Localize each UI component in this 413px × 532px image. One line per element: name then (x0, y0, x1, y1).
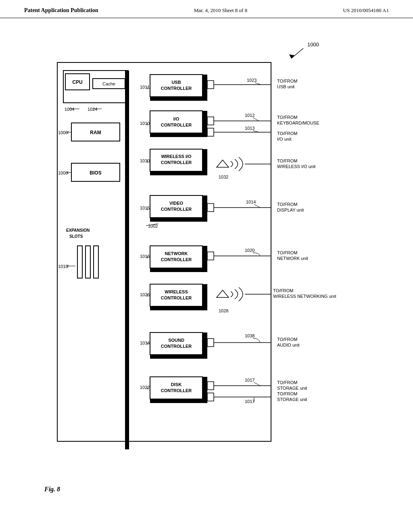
conn-storage2-1: TO/FROM (277, 391, 298, 396)
disk-ctrl-label2: CONTROLLER (161, 388, 192, 393)
conn-keyboard-2: KEYBOARD/MOUSE (277, 121, 319, 125)
video-ctrl-label1: VIDEO (169, 201, 184, 206)
usb-bottom-bar (150, 97, 207, 101)
conn-network-1: TO/FROM (277, 250, 298, 255)
conn-wireless-net-1: TO/FROM (273, 288, 294, 293)
wireless-ctrl-wave3 (239, 287, 243, 301)
io-right-bar (202, 111, 207, 133)
sound-right-bar (202, 332, 207, 355)
slot1 (77, 246, 82, 278)
ref-1012: 1012 (245, 113, 254, 118)
header-patent-number: US 2010/0054180 A1 (343, 7, 389, 14)
io-ctrl-label2: CONTROLLER (161, 123, 192, 127)
wireless-ctrl-wave1 (231, 291, 233, 297)
sound-ctrl-label2: CONTROLLER (161, 344, 192, 349)
ref-1030: 1030 (140, 158, 150, 163)
conn-audio-2: AUDIO unit (277, 343, 300, 347)
ref-1000-label: 1000 (307, 42, 319, 48)
figure-label: Fig. 8 (44, 486, 393, 493)
header-publication: Patent Application Publication (24, 7, 98, 14)
expansion-slots-label2: SLOTS (69, 234, 83, 239)
svg-line-11 (254, 204, 260, 208)
vertical-bus (125, 71, 129, 449)
cpu-container-box (63, 71, 128, 103)
header-date-sheet: Mar. 4, 2010 Sheet 8 of 8 (194, 7, 247, 14)
wireless-bottom-bar (150, 306, 207, 310)
svg-line-9 (253, 118, 259, 121)
disk-port-box2 (207, 393, 214, 401)
io-port-box1 (207, 117, 214, 125)
wireless-wave3 (239, 157, 243, 171)
patent-diagram: 1000 CPU Cache 1004 1024 RAM 1006 BIOS 1… (25, 26, 388, 478)
ref-1026: 1026 (140, 292, 150, 297)
sound-port-box (207, 339, 214, 347)
ref-1028: 1028 (219, 308, 228, 313)
io-ctrl-label1: I/O (173, 116, 179, 121)
conn-wireless-io-1: TO/FROM (277, 158, 298, 163)
usb-ctrl-label1: USB (171, 80, 181, 85)
ref-1013: 1013 (245, 126, 254, 131)
ref-1008: 1008 (58, 170, 68, 175)
ref-1016: 1016 (140, 254, 150, 259)
conn-storage2-2: STORAGE unit (277, 397, 307, 402)
outer-box (57, 62, 271, 441)
ram-label: RAM (90, 130, 101, 135)
network-right-bar (202, 246, 207, 268)
wireless-ctrl-wave2 (235, 289, 238, 299)
disk-bottom-bar (150, 399, 207, 403)
wireless-io-antenna (217, 160, 229, 167)
ref-1010: 1010 (140, 121, 150, 126)
conn-network-2: NETWORK unit (277, 256, 308, 261)
bios-label: BIOS (90, 170, 101, 176)
svg-line-0 (291, 48, 303, 58)
ref-1018: 1018 (58, 264, 68, 269)
sound-bottom-bar (150, 355, 207, 359)
conn-wireless-io-2: WIRELESS I/O unit (277, 164, 315, 169)
cpu-label: CPU (72, 79, 82, 85)
ref-1014: 1014 (246, 200, 256, 204)
network-port-box (207, 252, 214, 260)
ref-1004: 1004 (65, 107, 74, 112)
wireless-io-ctrl-label2: CONTROLLER (161, 160, 192, 165)
ref-1038: 1038 (245, 333, 254, 338)
usb-right-bar (202, 75, 207, 97)
conn-audio-1: TO/FROM (277, 337, 298, 342)
conn-storage1-1: TO/FROM (277, 380, 298, 385)
usb-ctrl-label2: CONTROLLER (161, 86, 192, 91)
expansion-slots-label1: EXPANSION (66, 228, 90, 233)
ref-1017b: 1017 (245, 399, 254, 404)
ref-1006: 1006 (58, 130, 68, 135)
wireless-io-right-bar (202, 149, 207, 171)
wireless-wave2 (235, 159, 238, 169)
conn-usb-1: TO/FROM (277, 79, 298, 83)
video-right-bar (202, 195, 207, 218)
video-ctrl-label2: CONTROLLER (161, 207, 192, 212)
wireless-io-ctrl-label1: WIRELESS I/O (161, 154, 192, 159)
wireless-ctrl-antenna (217, 290, 229, 297)
network-ctrl-label2: CONTROLLER (161, 257, 192, 262)
slot2 (86, 246, 90, 278)
wireless-wave1 (231, 161, 233, 167)
conn-keyboard-1: TO/FROM (277, 115, 298, 120)
wireless-ctrl-label2: CONTROLLER (161, 295, 192, 300)
ref-1034: 1034 (140, 341, 150, 345)
usb-port-box (207, 81, 214, 89)
conn-usb-2: USB unit (277, 84, 294, 89)
page-header: Patent Application Publication Mar. 4, 2… (0, 0, 413, 18)
wireless-ctrl-label1: WIRELESS (165, 289, 188, 294)
ref-1015: 1015 (140, 206, 150, 210)
ref-1011: 1011 (140, 85, 150, 89)
ref-1024: 1024 (88, 107, 97, 112)
io-bottom-bar (150, 133, 207, 137)
video-bottom-bar (150, 218, 207, 222)
io-controller-box (150, 111, 202, 133)
wireless-io-bottom-bar (150, 171, 207, 175)
main-content: 1000 CPU Cache 1004 1024 RAM 1006 BIOS 1… (0, 18, 413, 501)
ref-1023: 1023 (247, 78, 257, 83)
sound-ctrl-label1: SOUND (168, 338, 184, 343)
disk-ctrl-label1: DISK (171, 382, 181, 387)
network-ctrl-label1: NETWORK (165, 251, 188, 256)
slot3 (94, 246, 98, 278)
cache-label: Cache (102, 81, 115, 86)
svg-line-12 (254, 382, 260, 386)
